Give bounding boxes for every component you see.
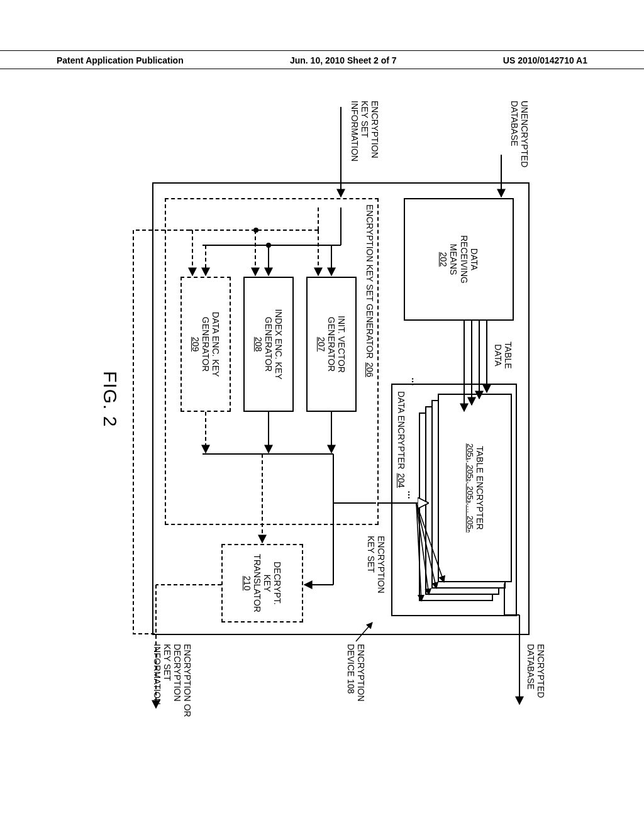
decrypt-key-translator-ref: 210 — [242, 576, 252, 590]
data-receiving-means-title: DATARECEIVINGMEANS — [448, 235, 479, 284]
encryption-key-set-label: ENCRYPTIONKEY SET — [366, 536, 386, 605]
init-vector-generator-box: INIT. VECTORGENERATOR 207 — [306, 277, 357, 412]
data-key-generator-title: DATA ENC. KEYGENERATOR — [201, 312, 221, 377]
table-encrypter-box: TABLE ENCRYPTER 205₁, 205₂, 205₃,… 205ₙ — [438, 394, 512, 582]
output-keyset-info-label: ENCRYPTION ORDECRYPTIONKEY SETINFORMATIO… — [152, 644, 192, 732]
keyset-generator-title: ENCRYPTION KEY SET GENERATOR — [365, 204, 375, 358]
data-receiving-means-ref: 202 — [438, 252, 448, 267]
index-key-generator-box: INDEX ENC. KEYGENERATOR 208 — [243, 277, 294, 412]
data-receiving-means-box: DATARECEIVINGMEANS 202 — [404, 198, 514, 321]
diagram: UNENCRYPTEDDATABASE ENCRYPTIONKEY SETINF… — [0, 101, 574, 604]
table-data-label: TABLEDATA — [493, 333, 513, 377]
data-key-generator-box: DATA ENC. KEYGENERATOR 209 — [180, 277, 231, 412]
decrypt-key-translator-box: DECRYPT.KEYTRANSLATOR 210 — [221, 544, 303, 622]
keyset-generator-ref: 206 — [365, 362, 375, 377]
table-encrypter-title: TABLE ENCRYPTER — [474, 446, 484, 529]
init-vector-generator-ref: 207 — [316, 337, 326, 351]
figure-stage: UNENCRYPTEDDATABASE ENCRYPTIONKEY SETINF… — [70, 101, 574, 792]
header-center: Jun. 10, 2010 Sheet 2 of 7 — [290, 55, 397, 65]
table-encrypter-refs: 205₁, 205₂, 205₃,… 205ₙ — [465, 443, 474, 532]
page-header: Patent Application Publication Jun. 10, … — [0, 50, 644, 69]
data-encrypter-title: DATA ENCRYPTER — [396, 391, 406, 469]
data-encrypter-ref: 204 — [396, 473, 406, 487]
index-key-generator-ref: 208 — [253, 337, 264, 351]
encrypted-database-label: ENCRYPTEDDATABASE — [526, 644, 546, 726]
data-key-generator-ref: 209 — [191, 337, 201, 351]
header-left: Patent Application Publication — [57, 55, 184, 65]
encryption-device-label: ENCRYPTIONDEVICE 108 — [346, 644, 366, 726]
init-vector-generator-title: INIT. VECTORGENERATOR — [326, 316, 347, 373]
ellipsis-1: … — [406, 490, 416, 499]
unencrypted-database-label: UNENCRYPTEDDATABASE — [509, 101, 530, 176]
encryption-keyset-info-label: ENCRYPTIONKEY SETINFORMATION — [350, 101, 380, 176]
figure-label: FIG. 2 — [99, 371, 121, 427]
decrypt-key-translator-title: DECRYPT.KEYTRANSLATOR — [252, 554, 282, 612]
index-key-generator-title: INDEX ENC. KEYGENERATOR — [264, 309, 284, 379]
ellipsis-2: … — [410, 377, 420, 386]
header-right: US 2010/0142710 A1 — [503, 55, 587, 65]
